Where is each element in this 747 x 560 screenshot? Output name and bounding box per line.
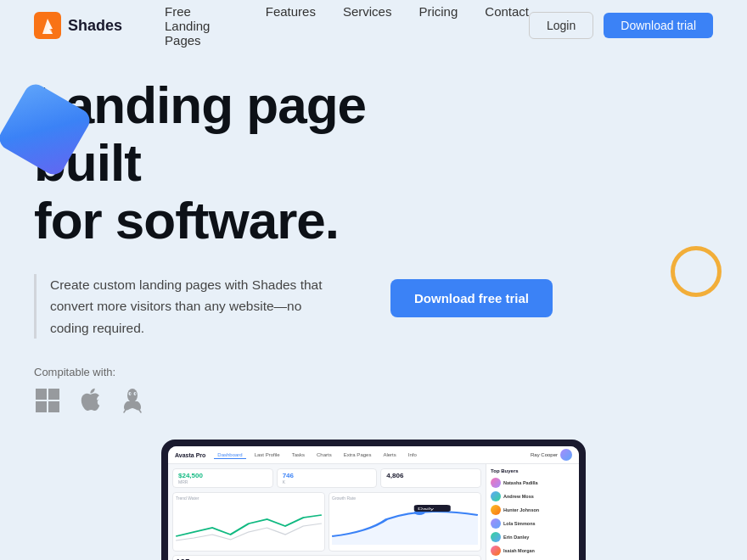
nav-links: Free Landing Pages Features Services Pri… <box>165 4 529 48</box>
dash-user: Ray Cooper <box>531 449 572 461</box>
stat-746: 746 K <box>277 468 378 488</box>
stats-row: $24,500 MRR 746 K 4,806 <box>172 468 481 488</box>
dashboard-topbar: Avasta Pro Dashboard Last Profile Tasks … <box>168 446 579 464</box>
dashboard-screen: Avasta Pro Dashboard Last Profile Tasks … <box>168 446 579 560</box>
chart2-svg: Daily <box>332 502 478 545</box>
download-trial-button[interactable]: Download trial <box>604 13 713 38</box>
buyer-5: Erin Danley <box>491 532 575 542</box>
svg-rect-5 <box>36 401 47 412</box>
logo-icon <box>34 12 61 39</box>
buyer-2-name: Andrew Moss <box>503 494 534 499</box>
stat-mrr: $24,500 MRR <box>172 468 273 488</box>
svg-rect-3 <box>36 389 47 400</box>
dash-nav-extrapages: Extra Pages <box>340 451 375 458</box>
nav-contact[interactable]: Contact <box>485 4 529 48</box>
hero-headline: Landing page built for software. <box>34 76 458 250</box>
nav-services[interactable]: Services <box>343 4 392 48</box>
dash-nav-profile: Last Profile <box>251 451 284 458</box>
dash-nav-tasks: Tasks <box>289 451 308 458</box>
dash-app-name: Avasta Pro <box>175 452 205 458</box>
charts-row: Trend Water Growth Rate <box>172 492 481 552</box>
buyer-3-avatar <box>491 505 501 515</box>
compat-icons <box>34 387 340 414</box>
buyer-6: Isaiah Morgan <box>491 546 575 556</box>
download-free-trial-button[interactable]: Download free trial <box>390 279 553 317</box>
growth-rate-chart: Growth Rate Daily <box>329 492 481 552</box>
windows-icon <box>34 387 61 414</box>
trend-water-chart: Trend Water <box>172 492 325 552</box>
hero-text-section: Create custom landing pages with Shades … <box>34 274 340 415</box>
dashboard-main: $24,500 MRR 746 K 4,806 <box>168 464 486 560</box>
nav-actions: Login Download trial <box>529 12 713 39</box>
compat-label: Compitable with: <box>34 366 340 378</box>
visitors-chart: 195 Visitors Online <box>172 555 481 560</box>
buyer-5-name: Erin Danley <box>503 535 529 540</box>
stat-746-value: 746 <box>283 472 372 479</box>
login-button[interactable]: Login <box>529 12 593 39</box>
dashboard-mockup: Avasta Pro Dashboard Last Profile Tasks … <box>34 440 713 560</box>
dash-nav-alerts: Alerts <box>379 451 399 458</box>
chart1-title: Trend Water <box>176 496 322 501</box>
dashboard-content: $24,500 MRR 746 K 4,806 <box>168 464 579 560</box>
svg-rect-4 <box>48 389 59 400</box>
dash-nav-charts: Charts <box>313 451 335 458</box>
svg-rect-6 <box>48 401 59 412</box>
buyer-4: Lola Simmons <box>491 518 575 529</box>
buyer-3: Hunter Johnson <box>491 505 575 515</box>
dashboard-frame: Avasta Pro Dashboard Last Profile Tasks … <box>161 440 586 560</box>
svg-point-7 <box>127 389 138 402</box>
compat-section: Compitable with: <box>34 366 340 414</box>
dash-nav-info: Info <box>405 451 420 458</box>
stat-mrr-value: $24,500 <box>178 472 267 479</box>
buyer-3-name: Hunter Johnson <box>503 507 539 512</box>
buyer-5-avatar <box>491 532 501 542</box>
svg-point-11 <box>135 394 136 395</box>
stat-4806: 4,806 <box>380 468 481 488</box>
nav-features[interactable]: Features <box>266 4 316 48</box>
dash-nav-dashboard: Dashboard <box>214 451 245 459</box>
dash-user-avatar <box>560 449 572 461</box>
nav-free-landing-pages[interactable]: Free Landing Pages <box>165 4 239 48</box>
navbar: Shades Free Landing Pages Features Servi… <box>0 0 747 51</box>
buyer-6-name: Isaiah Morgan <box>503 548 535 553</box>
chart1-svg <box>176 502 322 545</box>
buyer-1: Natasha Padilla <box>491 478 575 488</box>
logo[interactable]: Shades <box>34 12 122 39</box>
dashboard-sidebar-right: Top Buyers Natasha Padilla Andrew Moss <box>486 464 579 560</box>
buyer-2-avatar <box>491 491 501 501</box>
top-buyers-title: Top Buyers <box>491 468 575 473</box>
nav-pricing[interactable]: Pricing <box>418 4 458 48</box>
buyer-2: Andrew Moss <box>491 491 575 501</box>
buyer-1-name: Natasha Padilla <box>503 480 538 485</box>
brand-name: Shades <box>68 17 122 35</box>
chart2-title: Growth Rate <box>332 496 478 501</box>
hero-section: Landing page built for software. Create … <box>0 51 747 560</box>
stat-4806-value: 4,806 <box>386 472 475 479</box>
svg-text:Daily: Daily <box>418 507 435 512</box>
hero-description: Create custom landing pages with Shades … <box>34 274 340 339</box>
circle-decoration <box>671 246 722 297</box>
svg-point-10 <box>130 394 131 395</box>
buyer-1-avatar <box>491 478 501 488</box>
buyer-6-avatar <box>491 546 501 556</box>
dash-user-name: Ray Cooper <box>531 452 558 457</box>
apple-icon <box>76 387 104 414</box>
buyer-4-name: Lola Simmons <box>503 521 536 526</box>
buyer-4-avatar <box>491 518 501 529</box>
linux-icon <box>119 387 146 414</box>
